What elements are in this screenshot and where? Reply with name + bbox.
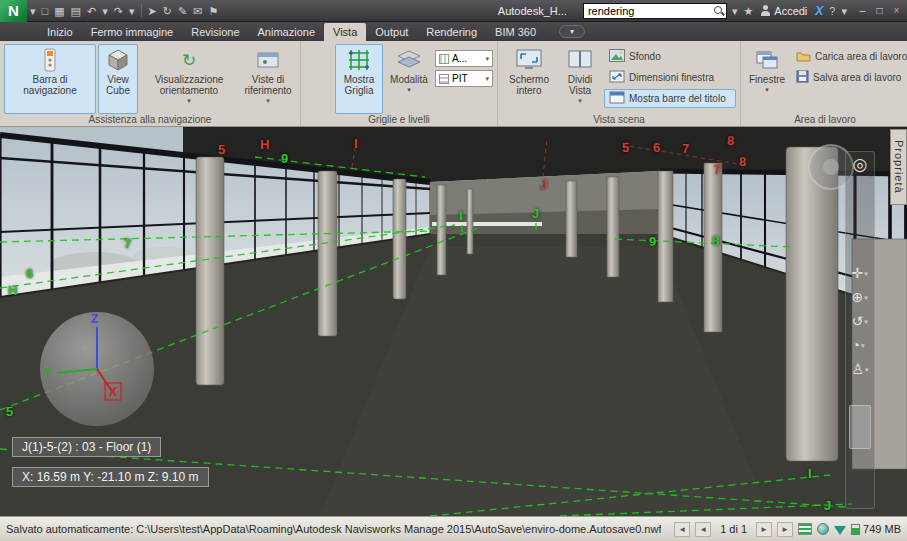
orientation-icon: ↻ (182, 47, 196, 73)
orbit-tool-icon[interactable]: ↺▾ (851, 309, 868, 333)
button-label: View Cube (100, 74, 136, 96)
show-title-bars-button[interactable]: Mostra barre del titolo (604, 89, 736, 108)
save-workspace-icon (796, 70, 809, 85)
level-below-icon (439, 74, 449, 84)
redo-arrow-icon[interactable]: ▾ (126, 0, 138, 22)
tab-fermo-immagine[interactable]: Fermo immagine (82, 23, 183, 41)
ribbon: Barra di navigazione View Cube ↻ Visuali… (0, 41, 907, 127)
undo-arrow-icon[interactable]: ▾ (99, 0, 111, 22)
maximize-button[interactable]: □ (871, 0, 888, 22)
properties-panel-tab[interactable]: Proprietà (890, 129, 907, 205)
show-grid-button[interactable]: Mostra Griglia (335, 44, 383, 114)
select-tool-icon[interactable]: ➤ (145, 0, 160, 22)
view-cube-icon (106, 47, 130, 73)
ribbon-tab-bar: InizioFermo immagineRevisioneAnimazioneV… (0, 22, 907, 41)
comment-icon[interactable]: ✉ (190, 0, 205, 22)
qat-separator (141, 4, 142, 17)
flag-icon[interactable]: ⚑ (205, 0, 221, 22)
grid-icon (347, 47, 371, 73)
button-label: Modalità (390, 74, 428, 85)
undo-icon[interactable]: ↶ (84, 0, 99, 22)
button-label: Visualizzazione orientamento (142, 74, 236, 96)
app-logo-icon[interactable]: N (0, 0, 27, 22)
zoom-tool-icon[interactable]: ⊕▾ (851, 285, 868, 309)
new-file-icon[interactable]: □ (39, 0, 52, 22)
print-icon[interactable]: ▤ (68, 0, 84, 22)
search-input[interactable] (584, 4, 712, 18)
tab-rendering[interactable]: Rendering (417, 23, 486, 41)
reference-views-button[interactable]: Viste di riferimento ▾ (240, 44, 296, 114)
background-icon (609, 49, 625, 64)
navigation-bar-button[interactable]: Barra di navigazione (4, 44, 96, 114)
view-cube-button[interactable]: View Cube (98, 44, 138, 114)
combo-value: PIT (452, 73, 468, 84)
sign-in-button[interactable]: Accedi (756, 5, 812, 17)
pan-tool-icon[interactable]: ✛▾ (851, 261, 868, 285)
first-sheet-button[interactable]: ◄ (674, 522, 690, 537)
search-options-arrow-icon[interactable]: ▾ (729, 0, 741, 22)
navigation-orb[interactable]: Z Y X (37, 307, 157, 427)
infocenter-icons-left: ▾★ (729, 0, 756, 22)
chevron-down-icon: ▾ (485, 55, 489, 62)
level-above-combo[interactable]: A... ▾ (435, 50, 493, 67)
tab-animazione[interactable]: Animazione (249, 23, 324, 41)
level-below-combo[interactable]: PIT ▾ (435, 70, 493, 87)
close-button[interactable]: × (888, 0, 905, 22)
pencil-compression-meter-icon (798, 523, 812, 535)
windows-button[interactable]: Finestre ▾ (745, 44, 789, 114)
group-label: Assistenza alla navigazione (0, 114, 300, 125)
app-menu-arrow-icon[interactable]: ▾ (27, 0, 39, 22)
tab-vista[interactable]: Vista (324, 23, 366, 41)
orientation-button[interactable]: ↻ Visualizzazione orientamento ▾ (140, 44, 238, 114)
grid-mode-button[interactable]: Modalità ▾ (385, 44, 433, 114)
tab-revisione[interactable]: Revisione (182, 23, 248, 41)
navbar-extra-panel[interactable] (849, 405, 871, 449)
save-icon[interactable]: ▦ (51, 0, 67, 22)
web-server-meter-icon (834, 526, 846, 535)
next-sheet-button[interactable]: ► (756, 522, 772, 537)
walk-tool-icon[interactable]: ♙▾ (851, 357, 868, 381)
tab-bim-360[interactable]: BIM 360 (486, 23, 545, 41)
sheet-indicator: 1 di 1 (716, 523, 751, 535)
button-label: Dimensioni finestra (629, 72, 714, 83)
tab-output[interactable]: Output (366, 23, 417, 41)
prev-sheet-button[interactable]: ◄ (695, 522, 711, 537)
load-workspace-button[interactable]: Carica area di lavoro (791, 47, 905, 66)
exchange-apps-icon[interactable]: X (812, 0, 826, 22)
redo-icon[interactable]: ↷ (111, 0, 126, 22)
navigation-bar-icon (44, 47, 56, 73)
full-screen-button[interactable]: Schermo intero (502, 44, 556, 114)
window-size-button[interactable]: Dimensioni finestra (604, 68, 736, 87)
person-icon (761, 5, 770, 16)
x-axis-label: X (109, 385, 117, 399)
ribbon-group-scene-view: Schermo intero Dividi Vista ▾ Sfondo (498, 41, 741, 126)
autosave-status: Salvato automaticamente: C:\Users\test\A… (6, 523, 661, 535)
ribbon-display-toggle[interactable]: ▾ (559, 25, 585, 38)
refresh-icon[interactable]: ↻ (160, 0, 175, 22)
search-icon[interactable] (712, 4, 726, 18)
navigation-bar[interactable]: ◎ ✛▾⊕▾↺▾◔▾♙▾ (845, 151, 875, 509)
split-view-button[interactable]: Dividi Vista ▾ (558, 44, 602, 114)
ribbon-group-grids-levels: Mostra Griglia Modalità ▾ A... ▾ PIT ▾ (301, 41, 498, 126)
favorites-star-icon[interactable]: ★ (740, 0, 756, 22)
button-label: Mostra barre del titolo (629, 93, 726, 104)
help-icon[interactable]: ? (826, 0, 838, 22)
button-label: Carica area di lavoro (815, 51, 907, 62)
look-around-tool-icon[interactable]: ◔▾ (851, 333, 868, 357)
chevron-down-icon: ▾ (266, 97, 270, 104)
viewport[interactable]: Z Y X J(1)-5-(2) : 03 - Floor (1) X: 16.… (0, 127, 907, 516)
memory-bar: 749 MB (851, 523, 901, 535)
status-bar: Salvato automaticamente: C:\Users\test\A… (0, 516, 907, 541)
tab-inizio[interactable]: Inizio (38, 23, 82, 41)
button-label: Dividi Vista (560, 74, 600, 96)
save-workspace-button[interactable]: Salva area di lavoro (791, 68, 905, 87)
steering-wheel-icon[interactable]: ◎ (853, 156, 868, 173)
minimize-button[interactable]: – (854, 0, 871, 22)
help-arrow-icon[interactable]: ▾ (838, 0, 850, 22)
last-sheet-button[interactable]: ► (777, 522, 793, 537)
redline-pencil-icon[interactable]: ✎ (175, 0, 190, 22)
z-axis-label: Z (91, 312, 98, 326)
infocenter-search (583, 3, 727, 19)
title-bar: N ▾□▦▤↶▾↷▾➤↻✎✉⚑ Autodesk_H... ▾★ Accedi … (0, 0, 907, 22)
background-button[interactable]: Sfondo (604, 47, 736, 66)
